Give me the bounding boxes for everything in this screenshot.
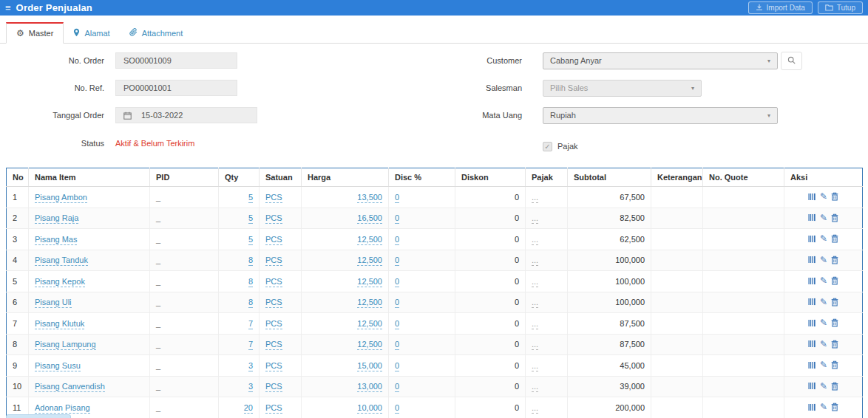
disc-link[interactable]: 0 (395, 193, 399, 203)
pid-link[interactable]: _ (156, 277, 160, 286)
edit-pencil-icon[interactable]: ✎ (820, 213, 827, 222)
detail-bars-icon[interactable] (808, 340, 816, 348)
delete-trash-icon[interactable] (831, 298, 838, 306)
add-item-button[interactable] (6, 414, 71, 418)
satuan-link[interactable]: PCS (265, 340, 282, 350)
detail-bars-icon[interactable] (808, 277, 816, 285)
pid-link[interactable]: _ (156, 298, 160, 306)
item-name-link[interactable]: Pisang Mas (35, 235, 77, 245)
edit-pencil-icon[interactable]: ✎ (820, 276, 827, 285)
satuan-link[interactable]: PCS (265, 235, 282, 245)
tab-attachment[interactable]: Attachment (120, 22, 193, 44)
harga-link[interactable]: 13,000 (357, 382, 382, 392)
disc-link[interactable]: 0 (395, 213, 399, 224)
delete-trash-icon[interactable] (831, 192, 838, 201)
qty-link[interactable]: 3 (248, 361, 253, 371)
qty-link[interactable]: 5 (248, 193, 253, 203)
pid-link[interactable]: _ (156, 235, 160, 244)
satuan-link[interactable]: PCS (265, 382, 282, 392)
pid-link[interactable]: _ (156, 193, 160, 202)
satuan-link[interactable]: PCS (265, 319, 282, 329)
pid-link[interactable]: _ (156, 213, 160, 222)
item-name-link[interactable]: Pisang Klutuk (35, 319, 84, 329)
pajak-link[interactable]: ... (532, 403, 538, 414)
delete-trash-icon[interactable] (831, 340, 838, 349)
pajak-link[interactable]: ... (532, 340, 538, 350)
harga-link[interactable]: 12,500 (357, 235, 382, 245)
delete-trash-icon[interactable] (831, 234, 838, 243)
edit-pencil-icon[interactable]: ✎ (820, 340, 827, 349)
satuan-link[interactable]: PCS (265, 403, 282, 414)
no-order-input[interactable]: SO00001009 (115, 52, 237, 69)
qty-link[interactable]: 8 (248, 256, 253, 266)
pid-link[interactable]: _ (156, 340, 160, 349)
qty-link[interactable]: 20 (244, 403, 253, 414)
tutup-button[interactable]: Tutup (818, 1, 863, 14)
delete-trash-icon[interactable] (831, 402, 838, 411)
edit-pencil-icon[interactable]: ✎ (820, 382, 827, 391)
item-name-link[interactable]: Pisang Tanduk (35, 256, 88, 266)
item-name-link[interactable]: Pisang Kepok (35, 277, 85, 287)
disc-link[interactable]: 0 (395, 361, 399, 371)
disc-link[interactable]: 0 (395, 256, 399, 266)
qty-link[interactable]: 7 (248, 340, 253, 350)
harga-link[interactable]: 12,500 (357, 319, 382, 329)
edit-pencil-icon[interactable]: ✎ (820, 402, 827, 411)
harga-link[interactable]: 15,000 (357, 361, 382, 371)
edit-pencil-icon[interactable]: ✎ (820, 318, 827, 327)
edit-pencil-icon[interactable]: ✎ (820, 360, 827, 369)
qty-link[interactable]: 8 (248, 298, 253, 308)
menu-icon[interactable]: ≡ (5, 3, 11, 13)
harga-link[interactable]: 12,500 (357, 340, 382, 350)
customer-search-button[interactable] (781, 52, 802, 70)
qty-link[interactable]: 7 (248, 319, 253, 329)
detail-bars-icon[interactable] (808, 403, 816, 411)
item-name-link[interactable]: Pisang Uli (35, 298, 72, 308)
delete-trash-icon[interactable] (831, 276, 838, 285)
pajak-link[interactable]: ... (532, 193, 538, 203)
detail-bars-icon[interactable] (808, 298, 816, 306)
satuan-link[interactable]: PCS (265, 256, 282, 266)
pid-link[interactable]: _ (156, 361, 160, 370)
satuan-link[interactable]: PCS (265, 277, 282, 287)
disc-link[interactable]: 0 (395, 403, 399, 414)
detail-bars-icon[interactable] (808, 235, 816, 243)
detail-bars-icon[interactable] (808, 319, 816, 327)
harga-link[interactable]: 12,500 (357, 298, 382, 308)
satuan-link[interactable]: PCS (265, 193, 282, 203)
pajak-link[interactable]: ... (532, 277, 538, 287)
delete-trash-icon[interactable] (831, 213, 838, 222)
pid-link[interactable]: _ (156, 382, 160, 391)
pid-link[interactable]: _ (156, 403, 160, 412)
delete-trash-icon[interactable] (831, 256, 838, 264)
qty-link[interactable]: 5 (248, 235, 253, 245)
detail-bars-icon[interactable] (808, 256, 816, 264)
harga-link[interactable]: 10,000 (357, 403, 382, 414)
qty-link[interactable]: 3 (248, 382, 253, 392)
disc-link[interactable]: 0 (395, 319, 399, 329)
harga-link[interactable]: 12,500 (357, 256, 382, 266)
delete-trash-icon[interactable] (831, 360, 838, 369)
pajak-link[interactable]: ... (532, 382, 538, 392)
pajak-link[interactable]: ... (532, 213, 538, 224)
delete-trash-icon[interactable] (831, 318, 838, 327)
no-ref-input[interactable]: PO00001001 (115, 80, 237, 96)
detail-bars-icon[interactable] (808, 382, 816, 390)
harga-link[interactable]: 12,500 (357, 277, 382, 287)
detail-bars-icon[interactable] (808, 213, 816, 222)
item-name-link[interactable]: Pisang Susu (35, 361, 81, 371)
item-name-link[interactable]: Pisang Lampung (35, 340, 96, 350)
edit-pencil-icon[interactable]: ✎ (820, 234, 827, 243)
satuan-link[interactable]: PCS (265, 361, 282, 371)
satuan-link[interactable]: PCS (265, 298, 282, 308)
item-name-link[interactable]: Pisang Raja (35, 213, 78, 224)
pajak-checkbox[interactable]: ✓ (543, 142, 552, 151)
detail-bars-icon[interactable] (808, 361, 816, 369)
disc-link[interactable]: 0 (395, 382, 399, 392)
edit-pencil-icon[interactable]: ✎ (820, 298, 827, 306)
qty-link[interactable]: 5 (248, 213, 253, 224)
disc-link[interactable]: 0 (395, 340, 399, 350)
pajak-link[interactable]: ... (532, 298, 538, 308)
item-name-link[interactable]: Adonan Pisang (35, 403, 90, 414)
edit-pencil-icon[interactable]: ✎ (820, 192, 827, 201)
